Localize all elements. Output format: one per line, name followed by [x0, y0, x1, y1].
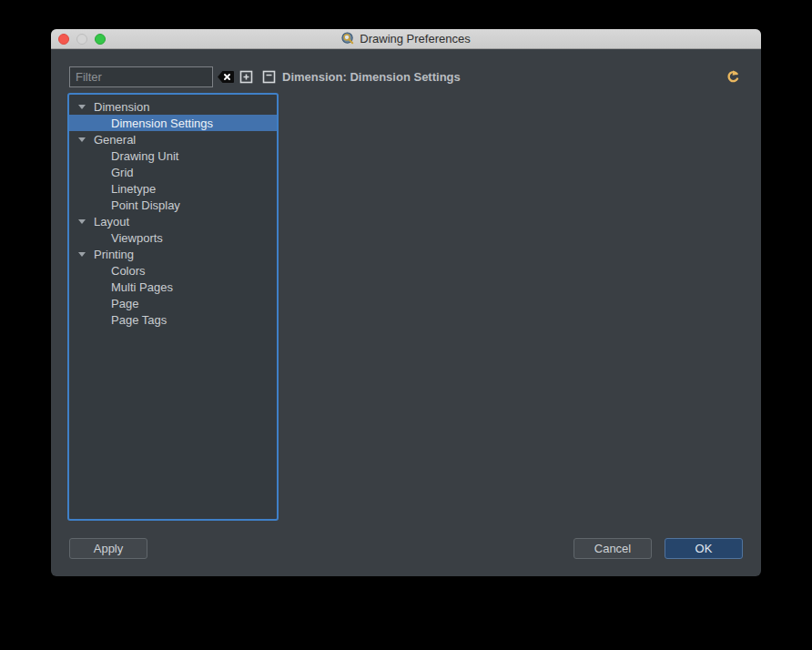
filter-input[interactable] [69, 66, 213, 87]
tree-item-dimension[interactable]: Dimension [69, 98, 277, 115]
cancel-button[interactable]: Cancel [573, 538, 652, 559]
reset-button[interactable] [724, 67, 742, 86]
reset-to-defaults-icon [725, 68, 741, 85]
close-button[interactable] [58, 34, 69, 45]
minimize-button [76, 34, 87, 45]
traffic-lights [58, 29, 106, 49]
tree-item-multi-pages[interactable]: Multi Pages [69, 279, 277, 295]
panel-header: Dimension: Dimension Settings [282, 66, 461, 87]
clear-filter-button[interactable] [217, 69, 235, 85]
tree-item-page[interactable]: Page [69, 295, 277, 311]
chevron-down-icon[interactable] [78, 105, 86, 109]
ok-button[interactable]: OK [665, 538, 743, 559]
settings-panel-empty [288, 93, 743, 521]
chevron-down-icon[interactable] [78, 252, 86, 257]
chevron-down-icon[interactable] [78, 137, 86, 142]
tree-item-colors[interactable]: Colors [69, 262, 277, 279]
expand-all-button[interactable] [239, 70, 253, 84]
tree-item-page-tags[interactable]: Page Tags [69, 311, 277, 328]
tree-item-drawing-unit[interactable]: Drawing Unit [69, 147, 277, 164]
tree-item-dimension-settings[interactable]: Dimension Settings [69, 115, 277, 131]
tree-item-printing[interactable]: Printing [69, 246, 277, 262]
collapse-all-icon [262, 70, 276, 84]
preferences-tree: Dimension Dimension Settings General Dra… [67, 93, 279, 521]
title-bar[interactable]: Drawing Preferences [51, 29, 761, 49]
tree-item-viewports[interactable]: Viewports [69, 229, 277, 246]
apply-button[interactable]: Apply [69, 538, 147, 559]
collapse-all-button[interactable] [262, 70, 276, 84]
tree-item-layout[interactable]: Layout [69, 213, 277, 229]
clear-filter-backspace-icon [217, 70, 235, 84]
expand-all-icon [239, 70, 253, 84]
drawing-preferences-dialog: Drawing Preferences [51, 29, 761, 576]
window-title: Drawing Preferences [360, 32, 470, 46]
tree-item-point-display[interactable]: Point Display [69, 197, 277, 213]
app-icon [341, 32, 355, 46]
tree-item-general[interactable]: General [69, 131, 277, 147]
chevron-down-icon[interactable] [78, 219, 86, 224]
tree-item-linetype[interactable]: Linetype [69, 180, 277, 197]
tree-item-grid[interactable]: Grid [69, 164, 277, 180]
maximize-button[interactable] [95, 34, 106, 45]
